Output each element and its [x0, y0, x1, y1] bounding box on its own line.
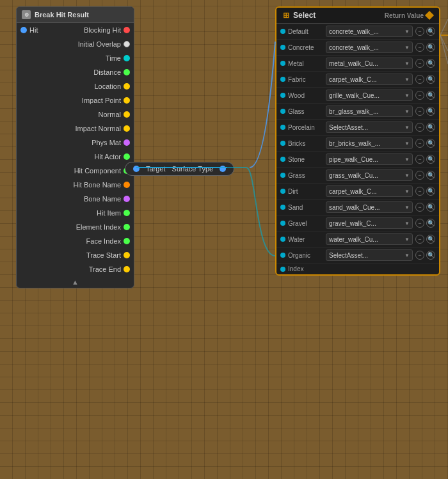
icon-minus-metal[interactable]: − — [415, 59, 424, 68]
dropdown-concrete[interactable]: concrete_walk_... ▼ — [326, 42, 413, 53]
icon-search-bricks[interactable]: 🔍 — [426, 139, 435, 148]
pin-dot-gravel[interactable] — [280, 221, 285, 226]
icon-minus-wood[interactable]: − — [415, 91, 424, 100]
icon-minus-bricks[interactable]: − — [415, 139, 424, 148]
select-option-stone: Stone pipe_walk_Cue... ▼ − 🔍 — [276, 152, 439, 168]
select-option-default: Default concrete_walk_... ▼ − 🔍 — [276, 24, 439, 40]
pin-dot-metal[interactable] — [280, 61, 285, 66]
dropdown-gravel[interactable]: gravel_walk_C... ▼ — [326, 217, 413, 229]
pin-dot-hit-item[interactable] — [124, 210, 130, 216]
icon-search-stone[interactable]: 🔍 — [426, 155, 435, 164]
pin-label-distance: Distance — [93, 68, 121, 76]
pin-dot-sand[interactable] — [280, 205, 285, 210]
icon-search-concrete[interactable]: 🔍 — [426, 43, 435, 52]
pin-dot-surface-right[interactable] — [220, 166, 226, 172]
pin-row-time: Time — [17, 51, 134, 65]
icon-minus-stone[interactable]: − — [415, 155, 424, 164]
dropdown-fabric[interactable]: carpet_walk_C... ▼ — [326, 74, 413, 85]
icon-minus-glass[interactable]: − — [415, 107, 424, 116]
dropdown-grass[interactable]: grass_walk_Cu... ▼ — [326, 169, 413, 181]
dropdown-dirt[interactable]: carpet_walk_C... ▼ — [326, 185, 413, 197]
dropdown-metal[interactable]: metal_walk_Cu... ▼ — [326, 58, 413, 69]
icon-search-sand[interactable]: 🔍 — [426, 203, 435, 212]
dropdown-arrow-fabric: ▼ — [404, 77, 410, 82]
pin-dot-blocking[interactable] — [124, 27, 130, 33]
pin-label-bone-name: Bone Name — [84, 195, 121, 203]
pin-dot-stone[interactable] — [280, 157, 285, 162]
dropdown-water[interactable]: water_walk_Cu... ▼ — [326, 233, 413, 245]
icon-minus-porcelain[interactable]: − — [415, 123, 424, 132]
icon-minus-sand[interactable]: − — [415, 203, 424, 212]
pin-right-time: Time — [106, 54, 130, 62]
icon-minus-fabric[interactable]: − — [415, 75, 424, 84]
pin-dot-impact-point[interactable] — [124, 97, 130, 104]
pin-right-element-index: Element Index — [76, 223, 130, 231]
pin-dot-bricks[interactable] — [280, 141, 285, 146]
dropdown-arrow-organic: ▼ — [404, 253, 410, 258]
icon-search-wood[interactable]: 🔍 — [426, 91, 435, 100]
icon-minus-dirt[interactable]: − — [415, 187, 424, 196]
icon-search-fabric[interactable]: 🔍 — [426, 75, 435, 84]
icon-search-glass[interactable]: 🔍 — [426, 107, 435, 116]
dropdown-default[interactable]: concrete_walk_... ▼ — [326, 26, 413, 37]
pin-dot-normal[interactable] — [124, 111, 130, 118]
dropdown-sand[interactable]: sand_walk_Cue... ▼ — [326, 201, 413, 213]
dropdown-value-grass: grass_walk_Cu... — [329, 172, 378, 179]
pin-dot-glass[interactable] — [280, 109, 285, 114]
pin-dot-water[interactable] — [280, 237, 285, 242]
pin-dot-default[interactable] — [280, 29, 285, 34]
option-label-fabric: Fabric — [288, 76, 323, 83]
icon-minus-water[interactable]: − — [415, 235, 424, 244]
pin-dot-index[interactable] — [280, 267, 285, 272]
dropdown-arrow-water: ▼ — [404, 237, 410, 242]
dropdown-bricks[interactable]: br_bricks_walk_... ▼ — [326, 137, 413, 149]
icon-minus-organic[interactable]: − — [415, 251, 424, 260]
pin-dot-organic[interactable] — [280, 253, 285, 258]
pin-dot-wood[interactable] — [280, 93, 285, 98]
dropdown-stone[interactable]: pipe_walk_Cue... ▼ — [326, 153, 413, 165]
dropdown-porcelain[interactable]: SelectAsset... ▼ — [326, 122, 413, 133]
icon-search-porcelain[interactable]: 🔍 — [426, 123, 435, 132]
target-label: Target — [146, 165, 166, 173]
icon-minus-default[interactable]: − — [415, 27, 424, 36]
icon-search-water[interactable]: 🔍 — [426, 235, 435, 244]
pin-dot-element-index[interactable] — [124, 224, 130, 230]
pin-dot-trace-start[interactable] — [124, 252, 130, 258]
pin-dot-hit[interactable] — [20, 27, 27, 33]
pin-label-hit-bone-name: Hit Bone Name — [73, 181, 121, 189]
select-icons-organic: − 🔍 — [415, 251, 435, 260]
pin-dot-porcelain[interactable] — [280, 125, 285, 130]
pin-dot-bone-name[interactable] — [124, 196, 130, 202]
icon-minus-grass[interactable]: − — [415, 171, 424, 180]
pin-dot-dirt[interactable] — [280, 189, 285, 194]
pin-dot-concrete[interactable] — [280, 45, 285, 50]
select-node-title: Select — [293, 11, 316, 20]
pin-dot-target-left[interactable] — [133, 166, 140, 172]
pin-dot-hit-bone-name[interactable] — [124, 182, 130, 188]
icon-search-grass[interactable]: 🔍 — [426, 171, 435, 180]
icon-minus-concrete[interactable]: − — [415, 43, 424, 52]
collapse-button[interactable]: ▲ — [17, 276, 134, 288]
dropdown-glass[interactable]: br_glass_walk_... ▼ — [326, 106, 413, 117]
icon-search-metal[interactable]: 🔍 — [426, 59, 435, 68]
icon-search-gravel[interactable]: 🔍 — [426, 219, 435, 228]
icon-search-organic[interactable]: 🔍 — [426, 251, 435, 260]
pin-dot-distance[interactable] — [124, 69, 130, 75]
pin-dot-trace-end[interactable] — [124, 266, 130, 272]
dropdown-organic[interactable]: SelectAsset... ▼ — [326, 249, 413, 261]
pin-dot-fabric[interactable] — [280, 77, 285, 82]
pin-dot-face-index[interactable] — [124, 238, 130, 244]
pin-dot-time[interactable] — [124, 55, 130, 61]
dropdown-wood[interactable]: grille_walk_Cue... ▼ — [326, 90, 413, 101]
dropdown-value-porcelain: SelectAsset... — [329, 124, 368, 131]
pin-dot-phys-mat[interactable] — [124, 139, 130, 146]
pin-dot-impact-normal[interactable] — [124, 125, 130, 132]
pin-dot-grass[interactable] — [280, 173, 285, 178]
pin-dot-overlap[interactable] — [124, 41, 130, 47]
select-icons-stone: − 🔍 — [415, 155, 435, 164]
pin-dot-location[interactable] — [124, 83, 130, 90]
pin-dot-hit-actor[interactable] — [124, 153, 130, 160]
icon-search-default[interactable]: 🔍 — [426, 27, 435, 36]
icon-search-dirt[interactable]: 🔍 — [426, 187, 435, 196]
icon-minus-gravel[interactable]: − — [415, 219, 424, 228]
